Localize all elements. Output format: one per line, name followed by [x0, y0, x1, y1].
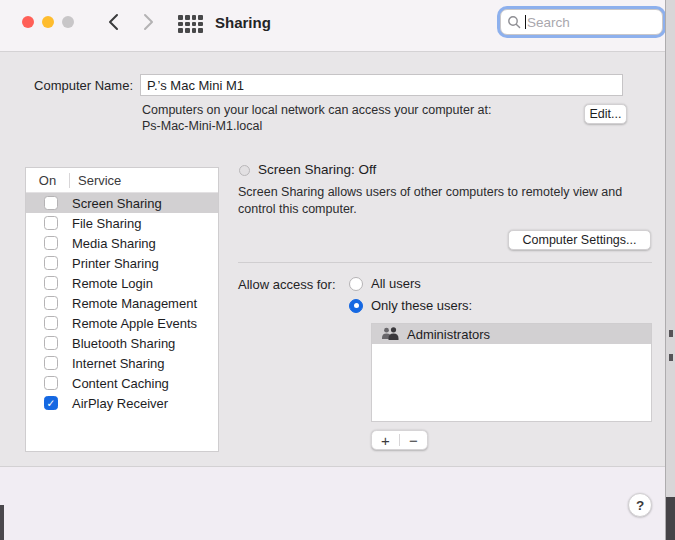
radio-label: All users [371, 276, 421, 291]
background-artifact [669, 354, 673, 361]
service-checkbox[interactable] [44, 236, 58, 250]
column-header-service: Service [70, 173, 121, 188]
radio-all-users[interactable]: All users [349, 276, 421, 291]
service-list-header: On Service [26, 168, 218, 193]
service-checkbox[interactable] [44, 296, 58, 310]
radio-button[interactable] [349, 299, 363, 313]
service-checkbox[interactable] [44, 356, 58, 370]
service-list: On Service Screen Sharing File Sharing M… [25, 167, 219, 452]
edit-button[interactable]: Edit... [584, 104, 627, 124]
service-row-airplay-receiver[interactable]: AirPlay Receiver [26, 393, 218, 413]
titlebar: Sharing Search [0, 0, 665, 52]
service-checkbox[interactable] [44, 256, 58, 270]
service-row-bluetooth-sharing[interactable]: Bluetooth Sharing [26, 333, 218, 353]
service-label: Printer Sharing [72, 256, 159, 271]
service-checkbox[interactable] [44, 216, 58, 230]
computer-name-description: Computers on your local network can acce… [142, 103, 562, 134]
footer-bar [0, 466, 665, 540]
search-placeholder: Search [527, 15, 570, 30]
screen-sharing-status-indicator [239, 165, 250, 176]
radio-label: Only these users: [371, 298, 472, 313]
zoom-window-button [62, 16, 74, 28]
service-row-media-sharing[interactable]: Media Sharing [26, 233, 218, 253]
search-input[interactable]: Search [500, 9, 663, 35]
chevron-left-icon [108, 13, 119, 31]
add-remove-control: + − [371, 430, 428, 450]
computer-name-hostname: Ps-Mac-Mini-M1.local [142, 119, 562, 135]
screen-sharing-status: Screen Sharing: Off [258, 162, 376, 177]
sharing-preferences-window: Sharing Search Computer Name: Computers … [0, 0, 675, 540]
allowed-users-list: Administrators [371, 323, 652, 422]
service-row-remote-management[interactable]: Remote Management [26, 293, 218, 313]
column-header-on: On [26, 173, 69, 188]
search-icon [507, 15, 521, 29]
remove-user-button[interactable]: − [400, 431, 427, 449]
service-checkbox[interactable] [44, 276, 58, 290]
radio-button[interactable] [349, 277, 363, 291]
background-window-sliver [665, 0, 675, 540]
allow-access-label: Allow access for: [238, 277, 336, 292]
service-label: AirPlay Receiver [72, 396, 168, 411]
help-button[interactable]: ? [628, 493, 652, 517]
forward-button[interactable] [137, 11, 159, 33]
service-row-printer-sharing[interactable]: Printer Sharing [26, 253, 218, 273]
back-button[interactable] [102, 11, 124, 33]
computer-name-field[interactable] [140, 74, 623, 96]
service-label: Media Sharing [72, 236, 156, 251]
computer-settings-button[interactable]: Computer Settings... [508, 230, 651, 250]
background-artifact [666, 497, 675, 540]
service-row-remote-login[interactable]: Remote Login [26, 273, 218, 293]
service-row-file-sharing[interactable]: File Sharing [26, 213, 218, 233]
service-label: Screen Sharing [72, 196, 162, 211]
service-checkbox[interactable] [44, 316, 58, 330]
service-checkbox[interactable] [44, 376, 58, 390]
service-label: Content Caching [72, 376, 169, 391]
show-all-preferences-grid-icon[interactable] [178, 15, 203, 33]
background-artifact [669, 330, 673, 337]
service-label: Remote Apple Events [72, 316, 197, 331]
user-name: Administrators [407, 327, 490, 342]
service-checkbox[interactable] [44, 396, 58, 410]
service-label: Bluetooth Sharing [72, 336, 175, 351]
service-label: Internet Sharing [72, 356, 165, 371]
computer-name-label: Computer Name: [20, 78, 133, 93]
radio-only-these-users[interactable]: Only these users: [349, 298, 472, 313]
screen-sharing-description: Screen Sharing allows users of other com… [238, 184, 656, 217]
service-label: Remote Login [72, 276, 153, 291]
text-caret [525, 15, 526, 29]
service-row-internet-sharing[interactable]: Internet Sharing [26, 353, 218, 373]
close-window-button[interactable] [22, 16, 34, 28]
service-label: File Sharing [72, 216, 141, 231]
user-group-icon [381, 327, 400, 341]
minimize-window-button[interactable] [42, 16, 54, 28]
service-checkbox[interactable] [44, 336, 58, 350]
add-user-button[interactable]: + [372, 431, 399, 449]
user-row-administrators[interactable]: Administrators [372, 324, 651, 344]
service-row-content-caching[interactable]: Content Caching [26, 373, 218, 393]
chevron-right-icon [143, 13, 154, 31]
computer-name-description-line1: Computers on your local network can acce… [142, 103, 562, 119]
background-artifact [0, 505, 4, 540]
service-label: Remote Management [72, 296, 197, 311]
service-row-remote-apple-events[interactable]: Remote Apple Events [26, 313, 218, 333]
service-row-screen-sharing[interactable]: Screen Sharing [26, 193, 218, 213]
window-title: Sharing [215, 14, 271, 31]
panel-divider [238, 262, 652, 263]
service-checkbox[interactable] [44, 196, 58, 210]
